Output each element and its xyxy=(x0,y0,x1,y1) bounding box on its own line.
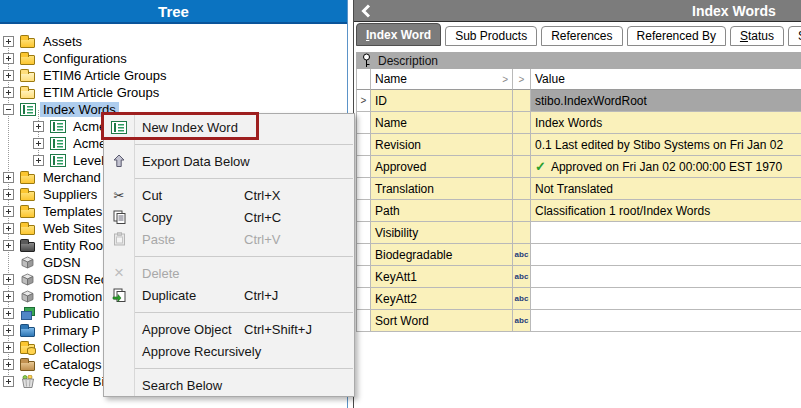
menu-item-label: Approve Recursively xyxy=(134,344,261,359)
attribute-name[interactable]: Path xyxy=(371,200,513,222)
attribute-row-name: Name Index Words xyxy=(354,112,801,134)
expand-plus-icon[interactable] xyxy=(3,206,14,217)
export-icon xyxy=(104,154,134,168)
attribute-value[interactable]: Index Words xyxy=(531,112,801,134)
expand-plus-icon[interactable] xyxy=(3,240,14,251)
menu-item-label: Duplicate xyxy=(134,288,196,303)
tree-item-label: Assets xyxy=(40,34,85,49)
tab-sub-products[interactable]: Sub Products xyxy=(445,26,537,46)
attribute-value[interactable]: stibo.IndexWordRoot xyxy=(531,90,801,112)
row-marker xyxy=(356,178,371,200)
recycle-bin-icon xyxy=(19,375,36,388)
flag-column-header[interactable]: > xyxy=(513,69,531,90)
attribute-name[interactable]: Name xyxy=(371,112,513,134)
tab-references[interactable]: References xyxy=(541,26,622,46)
name-column-header[interactable]: Name > xyxy=(371,69,513,90)
row-marker xyxy=(356,134,371,156)
menu-item-export-data-below[interactable]: Export Data Below xyxy=(104,150,354,172)
expand-plus-icon[interactable] xyxy=(33,121,44,132)
attribute-name[interactable]: Biodegradable xyxy=(371,244,513,266)
tree-item-label: eCatalogs xyxy=(40,357,105,372)
expand-plus-icon[interactable] xyxy=(3,36,14,47)
expand-plus-icon[interactable] xyxy=(3,308,14,319)
value-column-header[interactable]: Value xyxy=(531,69,801,90)
collapse-minus-icon[interactable] xyxy=(3,104,14,115)
sort-indicator-icon[interactable]: > xyxy=(502,74,508,85)
row-marker xyxy=(356,266,371,288)
menu-shortcut: Ctrl+J xyxy=(244,288,278,303)
tree-item-configurations[interactable]: Configurations xyxy=(0,50,348,67)
attribute-row-translation: Translation Not Translated xyxy=(354,178,801,200)
collection-folder-icon xyxy=(19,341,36,354)
menu-separator xyxy=(104,172,354,184)
paste-icon xyxy=(104,232,134,246)
attribute-value[interactable] xyxy=(531,288,801,310)
attribute-value[interactable]: ✓ Approved on Fri Jan 02 00:00:00 EST 19… xyxy=(531,156,801,178)
tree-item-label: Promotion xyxy=(40,289,105,304)
attribute-row-keyatt1: KeyAtt1 abc xyxy=(354,266,801,288)
menu-item-label: Approve Object xyxy=(134,322,232,337)
expand-plus-icon[interactable] xyxy=(3,70,14,81)
attribute-value[interactable] xyxy=(531,310,801,332)
tree-item-assets[interactable]: Assets xyxy=(0,33,348,50)
tab-label: S xyxy=(740,29,748,43)
expand-plus-icon[interactable] xyxy=(33,155,44,166)
copy-icon xyxy=(104,210,134,224)
expand-plus-icon[interactable] xyxy=(3,53,14,64)
attribute-value[interactable]: Not Translated xyxy=(531,178,801,200)
tree-item-label: Entity Roo xyxy=(40,238,106,253)
attribute-value[interactable] xyxy=(531,244,801,266)
expand-plus-icon[interactable] xyxy=(33,138,44,149)
attribute-name[interactable]: KeyAtt1 xyxy=(371,266,513,288)
tree-item-etim-article-groups[interactable]: ETIM Article Groups xyxy=(0,84,348,101)
attribute-name[interactable]: KeyAtt2 xyxy=(371,288,513,310)
expand-plus-icon[interactable] xyxy=(3,223,14,234)
tab-referenced-by[interactable]: Referenced By xyxy=(627,26,726,46)
menu-item-approve-object[interactable]: Approve Object Ctrl+Shift+J xyxy=(104,318,354,340)
index-word-icon xyxy=(49,137,66,150)
tab-index-word[interactable]: Index Word xyxy=(356,23,441,46)
attribute-row-path: Path Classification 1 root/Index Words xyxy=(354,200,801,222)
menu-item-cut[interactable]: ✂ Cut Ctrl+X xyxy=(104,184,354,206)
tab-status[interactable]: Status xyxy=(730,26,784,46)
menu-item-approve-recursively[interactable]: Approve Recursively xyxy=(104,340,354,362)
attribute-value[interactable] xyxy=(531,266,801,288)
expand-plus-icon[interactable] xyxy=(3,87,14,98)
menu-item-duplicate[interactable]: Duplicate Ctrl+J xyxy=(104,284,354,306)
attribute-name[interactable]: Visibility xyxy=(371,222,513,244)
expand-plus-icon[interactable] xyxy=(3,359,14,370)
expand-plus-icon[interactable] xyxy=(3,291,14,302)
back-arrow-icon[interactable] xyxy=(359,3,375,19)
expand-plus-icon[interactable] xyxy=(3,342,14,353)
tree-item-label: ETIM6 Article Groups xyxy=(40,68,170,83)
attribute-name[interactable]: Approved xyxy=(371,156,513,178)
expand-plus-icon[interactable] xyxy=(3,172,14,183)
attribute-flag xyxy=(513,222,531,244)
attribute-value[interactable]: 0.1 Last edited by Stibo Systems on Fri … xyxy=(531,134,801,156)
expand-plus-icon[interactable] xyxy=(3,189,14,200)
expand-plus-icon[interactable] xyxy=(3,325,14,336)
attribute-name[interactable]: Revision xyxy=(371,134,513,156)
cube-icon xyxy=(19,273,36,286)
attribute-value[interactable]: Classification 1 root/Index Words xyxy=(531,200,801,222)
tab-cut-off[interactable]: S xyxy=(788,26,801,46)
expand-plus-icon[interactable] xyxy=(3,274,14,285)
attribute-name[interactable]: Sort Word xyxy=(371,310,513,332)
attribute-name[interactable]: Translation xyxy=(371,178,513,200)
tree-item-label: GDSN Rec xyxy=(40,272,110,287)
abc-flag: abc xyxy=(515,316,529,325)
tree-item-label: Merchand xyxy=(40,170,104,185)
menu-item-search-below[interactable]: Search Below xyxy=(104,374,354,396)
menu-item-copy[interactable]: Copy Ctrl+C xyxy=(104,206,354,228)
folder-icon xyxy=(19,188,36,201)
tree-item-etim6-article-groups[interactable]: ETIM6 Article Groups xyxy=(0,67,348,84)
blue-folder-icon xyxy=(19,324,36,337)
menu-item-label: Search Below xyxy=(134,378,222,393)
expand-plus-icon[interactable] xyxy=(3,376,14,387)
cut-icon: ✂ xyxy=(104,188,134,203)
menu-shortcut: Ctrl+V xyxy=(244,232,280,247)
section-header-label: Description xyxy=(372,54,438,68)
row-marker xyxy=(356,310,371,332)
attribute-value[interactable] xyxy=(531,222,801,244)
attribute-name[interactable]: ID xyxy=(371,90,513,112)
